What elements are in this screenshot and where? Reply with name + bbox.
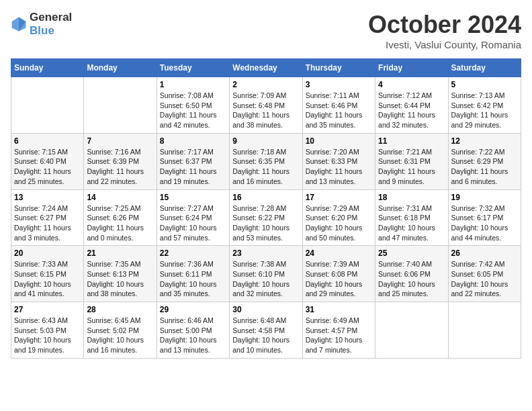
day-header-monday: Monday (84, 59, 157, 77)
calendar-cell: 4 Sunrise: 7:12 AM Sunset: 6:44 PM Dayli… (375, 77, 448, 134)
sunrise-label: Sunrise: 7:24 AM (14, 204, 68, 212)
day-number: 16 (232, 193, 299, 202)
calendar-week-4: 20 Sunrise: 7:33 AM Sunset: 6:15 PM Dayl… (11, 246, 521, 302)
day-number: 30 (232, 305, 299, 314)
daylight-label: Daylight: 10 hours and 25 minutes. (378, 280, 435, 298)
day-number: 22 (160, 248, 226, 258)
day-info: Sunrise: 6:48 AM Sunset: 4:58 PM Dayligh… (232, 316, 299, 355)
day-info: Sunrise: 6:46 AM Sunset: 5:00 PM Dayligh… (160, 316, 226, 355)
day-info: Sunrise: 7:38 AM Sunset: 6:10 PM Dayligh… (232, 259, 299, 299)
sunrise-label: Sunrise: 7:11 AM (306, 91, 359, 99)
calendar-cell: 18 Sunrise: 7:31 AM Sunset: 6:18 PM Dayl… (375, 189, 448, 246)
sunset-label: Sunset: 6:46 PM (306, 101, 358, 109)
calendar-week-5: 27 Sunrise: 6:43 AM Sunset: 5:03 PM Dayl… (11, 302, 521, 359)
calendar-cell: 2 Sunrise: 7:09 AM Sunset: 6:48 PM Dayli… (230, 77, 302, 134)
sunrise-label: Sunrise: 7:25 AM (87, 204, 140, 212)
sunset-label: Sunset: 4:57 PM (306, 326, 358, 334)
calendar-cell: 27 Sunrise: 6:43 AM Sunset: 5:03 PM Dayl… (11, 302, 84, 359)
day-number: 19 (451, 193, 518, 202)
calendar-cell: 15 Sunrise: 7:27 AM Sunset: 6:24 PM Dayl… (157, 189, 229, 246)
sunset-label: Sunset: 6:42 PM (451, 101, 504, 109)
day-number: 14 (87, 193, 153, 202)
daylight-label: Daylight: 11 hours and 42 minutes. (160, 111, 217, 129)
daylight-label: Daylight: 10 hours and 35 minutes. (160, 280, 217, 298)
daylight-label: Daylight: 11 hours and 16 minutes. (232, 167, 290, 185)
sunset-label: Sunset: 6:35 PM (232, 157, 285, 165)
daylight-label: Daylight: 11 hours and 38 minutes. (232, 111, 290, 129)
sunset-label: Sunset: 6:10 PM (232, 270, 285, 278)
daylight-label: Daylight: 11 hours and 3 minutes. (14, 224, 71, 242)
sunset-label: Sunset: 5:00 PM (160, 326, 212, 334)
day-header-thursday: Thursday (302, 59, 375, 77)
calendar-week-1: 1 Sunrise: 7:08 AM Sunset: 6:50 PM Dayli… (11, 77, 521, 134)
logo-general: General (30, 11, 72, 24)
day-info: Sunrise: 7:36 AM Sunset: 6:11 PM Dayligh… (160, 259, 226, 299)
sunset-label: Sunset: 6:11 PM (160, 270, 212, 278)
sunset-label: Sunset: 5:03 PM (14, 326, 66, 334)
daylight-label: Daylight: 11 hours and 35 minutes. (306, 111, 363, 129)
sunrise-label: Sunrise: 7:08 AM (160, 91, 214, 99)
calendar-cell: 16 Sunrise: 7:28 AM Sunset: 6:22 PM Dayl… (230, 189, 302, 246)
day-number: 9 (232, 136, 299, 146)
day-info: Sunrise: 7:09 AM Sunset: 6:48 PM Dayligh… (232, 91, 299, 130)
day-info: Sunrise: 7:24 AM Sunset: 6:27 PM Dayligh… (14, 203, 81, 243)
calendar-body: 1 Sunrise: 7:08 AM Sunset: 6:50 PM Dayli… (11, 77, 521, 359)
calendar-cell: 30 Sunrise: 6:48 AM Sunset: 4:58 PM Dayl… (230, 302, 302, 359)
day-number: 5 (451, 80, 518, 89)
sunrise-label: Sunrise: 7:17 AM (160, 148, 214, 156)
day-header-saturday: Saturday (448, 59, 521, 77)
day-info: Sunrise: 7:12 AM Sunset: 6:44 PM Dayligh… (378, 91, 445, 130)
calendar-cell: 21 Sunrise: 7:35 AM Sunset: 6:13 PM Dayl… (84, 246, 157, 302)
sunset-label: Sunset: 6:37 PM (160, 157, 212, 165)
day-number: 26 (451, 248, 518, 258)
calendar-header: SundayMondayTuesdayWednesdayThursdayFrid… (11, 59, 521, 77)
sunrise-label: Sunrise: 7:33 AM (14, 260, 68, 268)
sunrise-label: Sunrise: 7:27 AM (160, 204, 214, 212)
daylight-label: Daylight: 11 hours and 25 minutes. (14, 167, 71, 185)
day-header-wednesday: Wednesday (230, 59, 302, 77)
calendar-cell: 12 Sunrise: 7:22 AM Sunset: 6:29 PM Dayl… (448, 133, 521, 189)
location-title: Ivesti, Vaslui County, Romania (368, 39, 521, 50)
calendar-cell: 20 Sunrise: 7:33 AM Sunset: 6:15 PM Dayl… (11, 246, 84, 302)
sunrise-label: Sunrise: 7:15 AM (14, 148, 68, 156)
day-info: Sunrise: 7:17 AM Sunset: 6:37 PM Dayligh… (160, 147, 226, 187)
calendar-cell: 1 Sunrise: 7:08 AM Sunset: 6:50 PM Dayli… (157, 77, 229, 134)
sunrise-label: Sunrise: 6:49 AM (306, 316, 359, 324)
day-number: 7 (87, 136, 153, 146)
daylight-label: Daylight: 11 hours and 6 minutes. (451, 167, 508, 185)
day-number: 20 (14, 248, 81, 258)
calendar-table: SundayMondayTuesdayWednesdayThursdayFrid… (11, 58, 521, 359)
day-info: Sunrise: 7:20 AM Sunset: 6:33 PM Dayligh… (306, 147, 372, 187)
day-number: 12 (451, 136, 518, 146)
day-number: 1 (160, 80, 226, 89)
sunrise-label: Sunrise: 7:21 AM (378, 148, 432, 156)
logo: General Blue (11, 11, 72, 38)
calendar-cell: 24 Sunrise: 7:39 AM Sunset: 6:08 PM Dayl… (302, 246, 375, 302)
sunset-label: Sunset: 6:33 PM (306, 157, 358, 165)
day-info: Sunrise: 7:29 AM Sunset: 6:20 PM Dayligh… (306, 203, 372, 243)
calendar-cell: 19 Sunrise: 7:32 AM Sunset: 6:17 PM Dayl… (448, 189, 521, 246)
calendar-cell: 14 Sunrise: 7:25 AM Sunset: 6:26 PM Dayl… (84, 189, 157, 246)
sunrise-label: Sunrise: 7:18 AM (232, 148, 286, 156)
calendar-cell (11, 77, 84, 134)
day-info: Sunrise: 7:35 AM Sunset: 6:13 PM Dayligh… (87, 259, 153, 299)
calendar-cell: 28 Sunrise: 6:45 AM Sunset: 5:02 PM Dayl… (84, 302, 157, 359)
sunset-label: Sunset: 6:29 PM (451, 157, 504, 165)
day-info: Sunrise: 7:39 AM Sunset: 6:08 PM Dayligh… (306, 259, 372, 299)
day-header-sunday: Sunday (11, 59, 84, 77)
day-number: 24 (306, 248, 372, 258)
daylight-label: Daylight: 10 hours and 16 minutes. (87, 336, 144, 354)
day-info: Sunrise: 7:15 AM Sunset: 6:40 PM Dayligh… (14, 147, 81, 187)
day-number: 29 (160, 305, 226, 314)
calendar-cell: 31 Sunrise: 6:49 AM Sunset: 4:57 PM Dayl… (302, 302, 375, 359)
logo-blue: Blue (30, 24, 54, 37)
sunrise-label: Sunrise: 7:40 AM (378, 260, 432, 268)
daylight-label: Daylight: 10 hours and 32 minutes. (232, 280, 290, 298)
sunrise-label: Sunrise: 7:16 AM (87, 148, 140, 156)
day-number: 4 (378, 80, 445, 89)
daylight-label: Daylight: 10 hours and 19 minutes. (14, 336, 71, 354)
sunset-label: Sunset: 6:22 PM (232, 214, 285, 222)
sunset-label: Sunset: 6:06 PM (378, 270, 431, 278)
day-info: Sunrise: 7:13 AM Sunset: 6:42 PM Dayligh… (451, 91, 518, 130)
day-header-friday: Friday (375, 59, 448, 77)
